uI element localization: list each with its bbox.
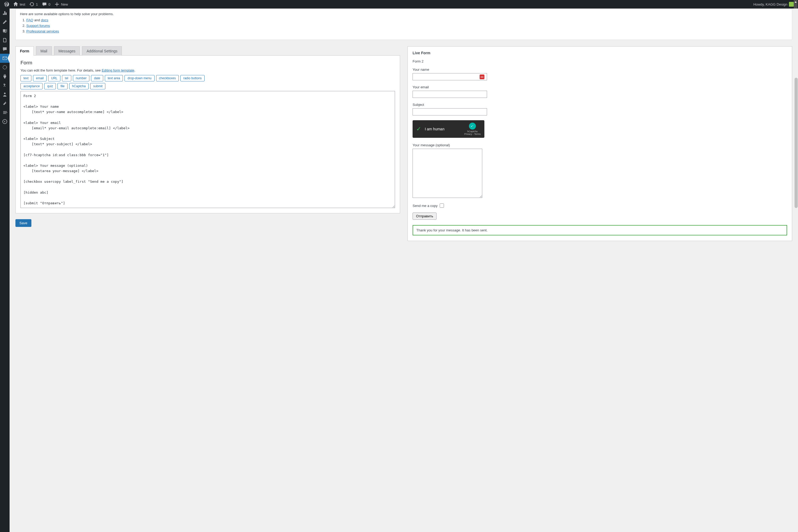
success-message: Thank you for your message. It has been … — [413, 225, 787, 235]
send-copy-row: Send me a copy — [413, 204, 787, 208]
password-manager-icon[interactable]: ••• — [480, 75, 484, 79]
sidebar-settings[interactable] — [0, 108, 10, 117]
field-message: Your message (optional) — [413, 143, 787, 199]
tag-number[interactable]: number — [73, 75, 90, 81]
new-label: New — [61, 2, 68, 6]
form-heading: Form — [20, 60, 395, 66]
input-your-name[interactable] — [413, 73, 487, 80]
updates[interactable]: 1 — [27, 0, 40, 8]
send-copy-label: Send me a copy — [413, 204, 438, 208]
tag-tel[interactable]: tel — [62, 75, 71, 81]
update-count: 1 — [36, 2, 38, 6]
tag-hcaptcha[interactable]: hCaptcha — [69, 83, 89, 89]
sidebar-dashboard[interactable] — [0, 8, 10, 18]
sidebar-tools[interactable] — [0, 99, 10, 108]
faq-link[interactable]: FAQ — [26, 18, 33, 22]
help-notice: Here are some available options to help … — [15, 8, 792, 40]
field-your-email: Your email — [413, 85, 787, 98]
label-your-name: Your name — [413, 68, 787, 72]
comments[interactable]: 0 — [40, 0, 52, 8]
tag-checkboxes[interactable]: checkboxes — [156, 75, 179, 81]
tag-acceptance[interactable]: acceptance — [20, 83, 42, 89]
input-message[interactable] — [413, 149, 482, 198]
tab-messages[interactable]: Messages — [54, 46, 80, 56]
tab-additional[interactable]: Additional Settings — [82, 46, 122, 56]
label-message: Your message (optional) — [413, 143, 787, 147]
user-greeting[interactable]: Howdy, KAGG Design — [751, 0, 796, 8]
tag-quiz[interactable]: quiz — [44, 83, 56, 89]
notice-intro: Here are some available options to help … — [20, 12, 787, 16]
field-your-name: Your name ••• — [413, 68, 787, 80]
form-desc: You can edit the form template here. For… — [20, 68, 395, 72]
hcaptcha-label: I am human — [425, 127, 460, 131]
sidebar-users2[interactable] — [0, 81, 10, 90]
editing-template-link[interactable]: Editing form template — [101, 68, 134, 72]
tag-dropdown[interactable]: drop-down menu — [125, 75, 154, 81]
form-panel: Form You can edit the form template here… — [15, 55, 400, 213]
sidebar-pages[interactable] — [0, 36, 10, 45]
sidebar-collapse[interactable] — [0, 117, 10, 126]
hcaptcha-brand: hCaptcha Privacy - Terms — [464, 122, 481, 135]
admin-bar: test 1 0 New Howdy, KAGG Design — [0, 0, 798, 8]
input-your-email[interactable] — [413, 91, 487, 98]
tag-url[interactable]: URL — [48, 75, 60, 81]
tab-form[interactable]: Form — [15, 46, 34, 56]
live-form-panel: Live Form Form 2 Your name ••• Your emai… — [407, 46, 792, 241]
svg-point-3 — [7, 112, 7, 113]
notice-item: Support forums — [26, 24, 787, 28]
tag-row-2: acceptance quiz file hCaptcha submit — [20, 83, 395, 89]
scroll-up-caret[interactable] — [794, 0, 797, 8]
new-content[interactable]: New — [52, 0, 70, 8]
sidebar-posts[interactable] — [0, 18, 10, 26]
comment-count: 0 — [49, 2, 50, 6]
check-icon: ✓ — [416, 126, 421, 132]
editor-tabs: Form Mail Messages Additional Settings — [15, 46, 400, 56]
sidebar-appearance[interactable] — [0, 63, 10, 72]
scrollbar-track[interactable] — [794, 8, 798, 252]
svg-point-4 — [5, 113, 6, 114]
input-subject[interactable] — [413, 108, 487, 115]
hcaptcha-widget[interactable]: ✓ I am human hCaptcha Privacy - Terms — [413, 120, 484, 138]
tag-textarea[interactable]: text area — [105, 75, 123, 81]
hcaptcha-logo-icon — [469, 122, 476, 130]
tag-submit[interactable]: submit — [90, 83, 105, 89]
site-home[interactable]: test — [11, 0, 27, 8]
tag-radio[interactable]: radio buttons — [180, 75, 205, 81]
scrollbar-thumb[interactable] — [795, 78, 798, 208]
svg-point-1 — [4, 93, 5, 94]
live-column: Live Form Form 2 Your name ••• Your emai… — [407, 46, 792, 241]
sidebar-media[interactable] — [0, 26, 10, 36]
docs-link[interactable]: docs — [41, 18, 48, 22]
label-your-email: Your email — [413, 85, 787, 89]
tag-email[interactable]: email — [33, 75, 46, 81]
site-name: test — [20, 2, 25, 6]
send-copy-checkbox[interactable] — [440, 204, 444, 208]
support-link[interactable]: Support forums — [26, 24, 50, 28]
submit-button[interactable]: Отправить — [413, 212, 437, 220]
live-heading: Live Form — [413, 51, 787, 55]
sidebar-contact[interactable] — [0, 54, 10, 63]
sidebar-plugins[interactable] — [0, 72, 10, 81]
field-subject: Subject — [413, 103, 787, 115]
tab-mail[interactable]: Mail — [36, 46, 52, 56]
notice-item: Professional services — [26, 29, 787, 33]
notice-item: FAQ and docs — [26, 18, 787, 22]
svg-point-0 — [3, 65, 7, 69]
sidebar-comments[interactable] — [0, 45, 10, 54]
main-content: Here are some available options to help … — [10, 8, 798, 252]
form-template-textarea[interactable] — [20, 91, 395, 208]
live-form-title: Form 2 — [413, 59, 787, 63]
tag-text[interactable]: text — [20, 75, 32, 81]
wp-logo[interactable] — [2, 0, 11, 8]
admin-sidebar — [0, 8, 10, 252]
tag-row-1: text email URL tel number date text area… — [20, 75, 395, 81]
tag-file[interactable]: file — [57, 83, 67, 89]
editor-column: Form Mail Messages Additional Settings F… — [15, 46, 400, 227]
svg-point-2 — [6, 111, 7, 112]
sidebar-users[interactable] — [0, 90, 10, 99]
avatar — [789, 2, 794, 7]
tag-date[interactable]: date — [91, 75, 103, 81]
pro-link[interactable]: Professional services — [26, 29, 59, 33]
label-subject: Subject — [413, 103, 787, 107]
save-button[interactable]: Save — [15, 219, 32, 227]
